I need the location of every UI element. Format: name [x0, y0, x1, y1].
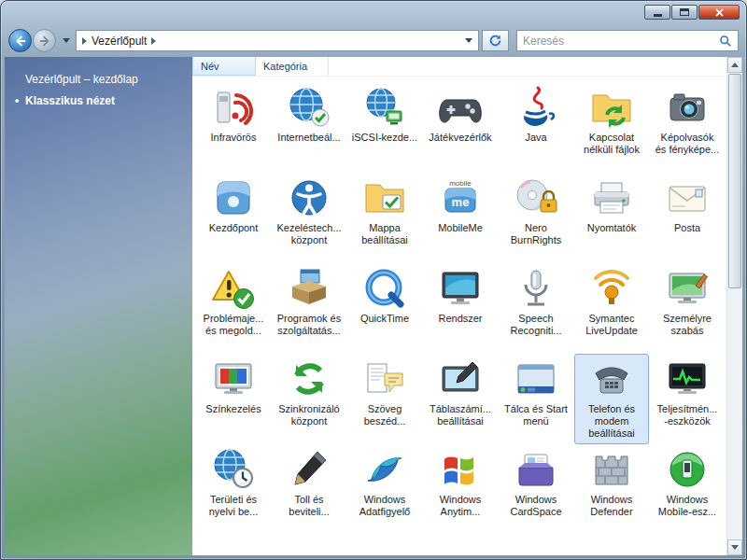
scrollbar-track[interactable]	[727, 73, 742, 539]
control-panel-item[interactable]: Teljesítmén... -eszközök	[650, 354, 725, 444]
control-panel-item[interactable]: Színkezelés	[196, 354, 271, 444]
minimize-button[interactable]	[644, 5, 670, 20]
search-box[interactable]	[516, 30, 739, 51]
chevron-down-icon	[63, 38, 70, 43]
control-panel-item-label: Problémaje... és megold...	[204, 313, 264, 337]
system-icon	[438, 266, 483, 311]
scanners-cameras-icon	[665, 85, 710, 130]
address-dropdown-icon[interactable]	[465, 38, 472, 43]
control-panel-item[interactable]: Windows CardSpace	[499, 444, 573, 535]
vertical-scrollbar[interactable]	[726, 57, 742, 555]
recent-pages-dropdown[interactable]	[60, 29, 72, 52]
scrollbar-thumb[interactable]	[728, 74, 741, 288]
control-panel-item-label: Képolvasók és fényképe...	[655, 132, 720, 156]
control-panel-item[interactable]: Internetbeál...	[272, 82, 346, 173]
control-panel-item[interactable]: Kapcsolat nélküli fájlok	[574, 82, 649, 173]
control-panel-item-label: Nero BurnRights	[511, 222, 561, 246]
task-pane: Vezérlőpult – kezdőlap Klasszikus nézet	[5, 57, 192, 555]
column-header-category[interactable]: Kategória	[256, 57, 329, 76]
control-panel-item-label: MobileMe	[438, 222, 483, 234]
control-panel-item[interactable]: Posta	[650, 173, 725, 263]
title-bar[interactable]	[1, 1, 746, 25]
cardspace-icon	[514, 447, 558, 492]
control-panel-item[interactable]: mobilemeMobileMe	[423, 173, 498, 263]
refresh-button[interactable]	[482, 30, 509, 51]
control-panel-item-label: Mappa beállításai	[361, 222, 408, 246]
printers-icon	[589, 175, 634, 220]
control-panel-item[interactable]: Problémaje... és megold...	[196, 263, 271, 354]
control-panel-item-label: Java	[525, 132, 546, 144]
control-panel-item[interactable]: Nero BurnRights	[499, 173, 573, 263]
breadcrumb-item[interactable]: Vezérlőpult	[92, 35, 147, 48]
control-panel-item[interactable]: Nyomtatók	[574, 173, 649, 263]
navigation-bar: Vezérlőpult	[1, 25, 746, 56]
tablet-pc-icon	[438, 357, 483, 401]
phone-modem-icon	[589, 357, 634, 401]
breadcrumb-arrow-icon	[151, 37, 156, 45]
control-panel-item-label: Rendszer	[438, 313, 482, 325]
control-panel-item-label: Játékvezérlők	[429, 132, 491, 144]
text-to-speech-icon	[362, 357, 407, 401]
control-panel-item[interactable]: QuickTime	[347, 263, 422, 354]
explorer-window: Vezérlőpult Vezérlőpult – kezdőlap Klass…	[0, 0, 747, 560]
close-button[interactable]	[698, 5, 740, 20]
control-panel-item[interactable]: Windows Anytim...	[423, 444, 498, 535]
control-panel-item-label: Posta	[674, 222, 700, 234]
maximize-button[interactable]	[671, 5, 698, 20]
back-arrow-icon	[14, 35, 27, 48]
scroll-down-button[interactable]	[727, 539, 742, 555]
search-icon[interactable]	[719, 35, 732, 48]
control-panel-item-label: Windows CardSpace	[510, 494, 561, 518]
control-panel-item[interactable]: Infravörös	[196, 82, 271, 173]
personalization-icon	[665, 266, 710, 311]
sidebar-item-classic-view[interactable]: Klasszikus nézet	[14, 93, 183, 108]
control-panel-item[interactable]: Kezeléstech... központ	[272, 173, 346, 263]
refresh-icon	[488, 34, 502, 48]
control-panel-item[interactable]: Személyre szabás	[650, 263, 725, 354]
mobile-device-icon	[665, 447, 710, 492]
control-panel-item[interactable]: Szöveg beszéd...	[347, 354, 422, 444]
control-panel-item[interactable]: Képolvasók és fényképe...	[650, 82, 725, 173]
control-panel-item[interactable]: Tálca és Start menü	[499, 354, 573, 444]
control-panel-item[interactable]: Java	[499, 82, 573, 173]
search-input[interactable]	[523, 35, 719, 48]
control-panel-item-label: Tálca és Start menü	[504, 403, 568, 427]
control-panel-item-label: Speech Recogniti...	[510, 313, 561, 337]
control-panel-item[interactable]: Programok és szolgáltatás...	[272, 263, 346, 354]
back-button[interactable]	[8, 29, 32, 52]
quicktime-icon	[362, 266, 407, 311]
control-panel-item[interactable]: Mappa beállításai	[347, 173, 422, 263]
iscsi-initiator-icon	[362, 85, 407, 130]
control-panel-item[interactable]: Speech Recogniti...	[499, 263, 573, 354]
control-panel-item[interactable]: Területi és nyelvi be...	[196, 444, 271, 535]
control-panel-item-label: Területi és nyelvi be...	[209, 494, 259, 518]
defender-icon	[589, 447, 634, 492]
column-header-name[interactable]: Név	[192, 57, 256, 76]
control-panel-item[interactable]: Táblaszámí... beállításai	[423, 354, 498, 444]
control-panel-item[interactable]: Toll és beviteli...	[272, 444, 346, 535]
forward-button[interactable]	[33, 29, 56, 52]
scroll-up-button[interactable]	[727, 57, 742, 73]
window-body: Vezérlőpult – kezdőlap Klasszikus nézet …	[5, 57, 742, 555]
control-panel-item-label: Windows Anytim...	[440, 494, 482, 518]
breadcrumb[interactable]: Vezérlőpult	[76, 30, 479, 51]
control-panel-item-label: Személyre szabás	[663, 313, 712, 337]
icon-grid: InfravörösInternetbeál...iSCSI-kezde...J…	[192, 77, 726, 555]
control-panel-item[interactable]: Szinkronizáló központ	[272, 354, 346, 444]
control-panel-item[interactable]: Windows Defender	[574, 444, 649, 535]
control-panel-item[interactable]: iSCSI-kezde...	[347, 82, 422, 173]
control-panel-item[interactable]: Játékvezérlők	[423, 82, 498, 173]
control-panel-item-label: Színkezelés	[205, 403, 261, 415]
control-panel-item[interactable]: Symantec LiveUpdate	[574, 263, 649, 354]
control-panel-item[interactable]: Kezdőpont	[196, 173, 271, 263]
scroll-up-icon	[731, 63, 739, 67]
nero-burnrights-icon	[514, 175, 558, 220]
problem-reports-icon	[211, 266, 256, 311]
control-panel-item-label: Szöveg beszéd...	[364, 403, 406, 427]
sidebar-item-control-panel-home[interactable]: Vezérlőpult – kezdőlap	[14, 72, 183, 87]
control-panel-item[interactable]: Rendszer	[423, 263, 498, 354]
control-panel-item-label: Programok és szolgáltatás...	[277, 313, 341, 337]
control-panel-item[interactable]: Windows Adatfigyelő	[347, 444, 422, 535]
control-panel-item[interactable]: Windows Mobile-esz...	[650, 444, 725, 535]
control-panel-item[interactable]: Telefon és modem beállításai	[574, 354, 649, 444]
